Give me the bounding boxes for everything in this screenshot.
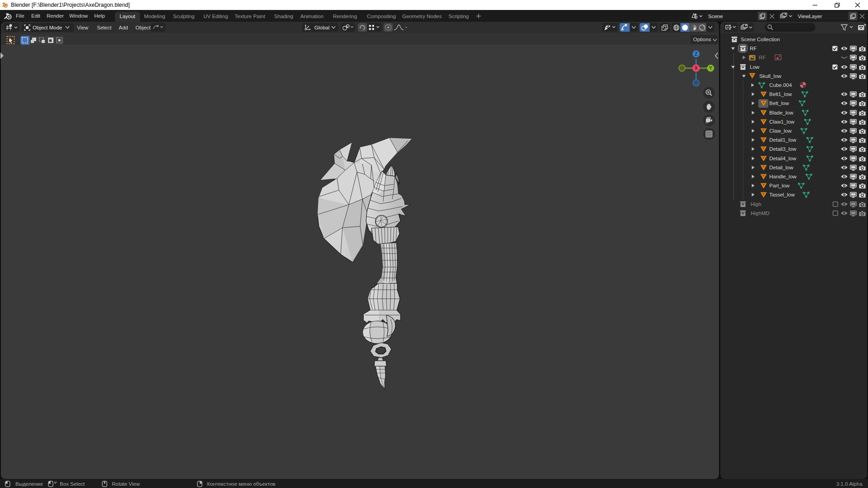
svg-text:Y: Y (709, 65, 712, 71)
svg-text:X: X (694, 65, 698, 71)
svg-text:Z: Z (694, 51, 698, 57)
